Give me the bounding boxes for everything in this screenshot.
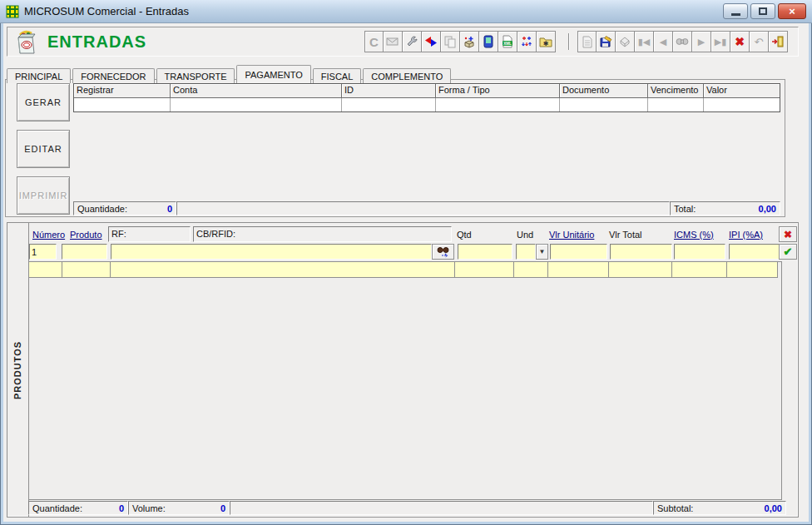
column-header-valor[interactable]: Valor — [704, 84, 780, 98]
products-volume-box: Volume: 0 — [128, 501, 230, 515]
star-glyph: ✱ — [543, 40, 549, 47]
products-status-spacer — [230, 501, 653, 515]
tab-label: COMPLEMENTO — [371, 72, 443, 82]
payment-table-header: Registrar Conta ID Forma / Tipo Document… — [74, 84, 780, 98]
qtd-input[interactable] — [458, 244, 512, 260]
undo-button[interactable]: ↶ — [750, 31, 769, 52]
last-record-button[interactable]: ▶▮ — [711, 31, 730, 52]
eraser-button[interactable] — [616, 31, 635, 52]
check-icon: ✔ — [784, 245, 793, 258]
entradas-bag-icon — [12, 29, 39, 56]
column-header-forma-tipo[interactable]: Forma / Tipo — [436, 84, 560, 98]
column-header-registrar[interactable]: Registrar — [74, 84, 171, 98]
transfer-arrows-button[interactable] — [422, 31, 441, 52]
undo-icon: ↶ — [755, 36, 764, 48]
tab-label: FORNECEDOR — [81, 72, 146, 82]
tab-fiscal[interactable]: FISCAL — [313, 68, 362, 83]
toolbar-c-button[interactable]: C — [364, 31, 384, 52]
products-subtotal-value: 0,00 — [765, 503, 782, 513]
gerar-button[interactable]: GERAR — [17, 83, 70, 121]
produto-input[interactable] — [62, 244, 107, 260]
maximize-button[interactable] — [750, 3, 775, 19]
folder-star-button[interactable]: ✱ — [537, 31, 556, 52]
column-header-id[interactable]: ID — [342, 84, 436, 98]
numero-column-link[interactable]: Número — [32, 230, 65, 240]
wrench-icon — [405, 35, 418, 48]
minimize-button[interactable] — [723, 3, 748, 19]
wrench-button[interactable] — [403, 31, 422, 52]
tab-label: FISCAL — [321, 72, 354, 82]
copy-button[interactable] — [441, 31, 460, 52]
column-header-conta[interactable]: Conta — [171, 84, 342, 98]
rf-label-text: RF: — [111, 229, 126, 239]
next-record-button[interactable]: ▶ — [692, 31, 711, 52]
editar-button[interactable]: EDITAR — [17, 130, 70, 168]
tab-complemento[interactable]: COMPLEMENTO — [363, 68, 451, 83]
produtos-side-strip: PRODUTOS — [7, 222, 29, 518]
exit-button[interactable] — [769, 31, 788, 52]
app-logo-icon — [6, 5, 19, 18]
add-box-icon — [463, 35, 476, 48]
grid-cell — [111, 262, 455, 278]
tab-fornecedor[interactable]: FORNECEDOR — [72, 68, 154, 83]
xml-icon: XML — [501, 35, 514, 48]
products-subtotal-label: Subtotal: — [657, 503, 693, 513]
produto-column-link[interactable]: Produto — [70, 230, 102, 240]
payment-total-label: Total: — [674, 204, 696, 214]
vlr-total-input[interactable] — [610, 244, 672, 260]
envelope-button[interactable] — [384, 31, 403, 52]
folder-star-icon: ✱ — [539, 36, 552, 47]
numero-input[interactable] — [29, 244, 57, 260]
product-search-button[interactable] — [432, 244, 454, 260]
transfer-arrows-icon — [424, 35, 438, 48]
adjust-arrows-button[interactable] — [517, 31, 537, 52]
vlr-unitario-input[interactable] — [550, 244, 607, 260]
tab-transporte[interactable]: TRANSPORTE — [156, 68, 235, 83]
new-doc-button[interactable] — [577, 31, 597, 52]
find-record-button[interactable] — [673, 31, 692, 52]
pda-button[interactable] — [479, 31, 498, 52]
tab-pagamento[interactable]: PAGAMENTO — [236, 65, 310, 83]
delete-x-icon: ✖ — [735, 35, 745, 48]
window-controls: × — [723, 3, 806, 19]
imprimir-button[interactable]: IMPRIMIR — [17, 176, 70, 215]
header-panel: ENTRADAS C XML ✱ — [7, 27, 799, 57]
column-header-documento[interactable]: Documento — [560, 84, 648, 98]
xml-button[interactable]: XML — [498, 31, 517, 52]
save-button[interactable] — [597, 31, 616, 52]
prev-record-button[interactable]: ◀ — [654, 31, 673, 52]
table-cell — [560, 98, 648, 111]
column-header-vencimento[interactable]: Vencimento — [648, 84, 704, 98]
minimize-icon — [731, 13, 740, 16]
table-cell — [436, 98, 560, 111]
icms-column-link[interactable]: ICMS (%) — [674, 230, 714, 240]
und-dropdown-button[interactable]: ▼ — [536, 244, 548, 260]
next-record-icon: ▶ — [698, 37, 705, 47]
close-button[interactable]: × — [778, 3, 806, 19]
table-cell — [74, 98, 171, 111]
add-box-button[interactable] — [460, 31, 479, 52]
ipi-input[interactable] — [729, 244, 780, 260]
payment-table: Registrar Conta ID Forma / Tipo Document… — [73, 83, 780, 112]
payment-table-empty-row[interactable] — [74, 98, 780, 111]
c-icon: C — [369, 35, 379, 49]
product-cancel-button[interactable]: ✖ — [779, 226, 797, 242]
prev-record-icon: ◀ — [660, 37, 666, 47]
cbrfid-input[interactable] — [111, 244, 432, 260]
und-input[interactable] — [516, 244, 536, 260]
pda-icon — [482, 35, 495, 48]
delete-button[interactable]: ✖ — [730, 31, 750, 52]
ipi-column-link[interactable]: IPI (%A) — [729, 230, 763, 240]
first-record-button[interactable]: ▮◀ — [635, 31, 654, 52]
payment-total-value: 0,00 — [759, 204, 776, 214]
und-column-label: Und — [517, 230, 533, 240]
toolbar-group-right: ▮◀ ◀ ▶ ▶▮ ✖ ↶ — [577, 31, 788, 52]
product-confirm-button[interactable]: ✔ — [779, 244, 797, 260]
products-grid[interactable] — [28, 261, 782, 500]
products-quantity-value: 0 — [119, 503, 124, 513]
table-cell — [704, 98, 780, 111]
vlr-unitario-column-link[interactable]: Vlr Unitário — [549, 230, 594, 240]
payment-quantity-box: Quantidade: 0 — [73, 201, 176, 215]
icms-input[interactable] — [674, 244, 725, 260]
tab-principal[interactable]: PRINCIPAL — [7, 68, 71, 83]
